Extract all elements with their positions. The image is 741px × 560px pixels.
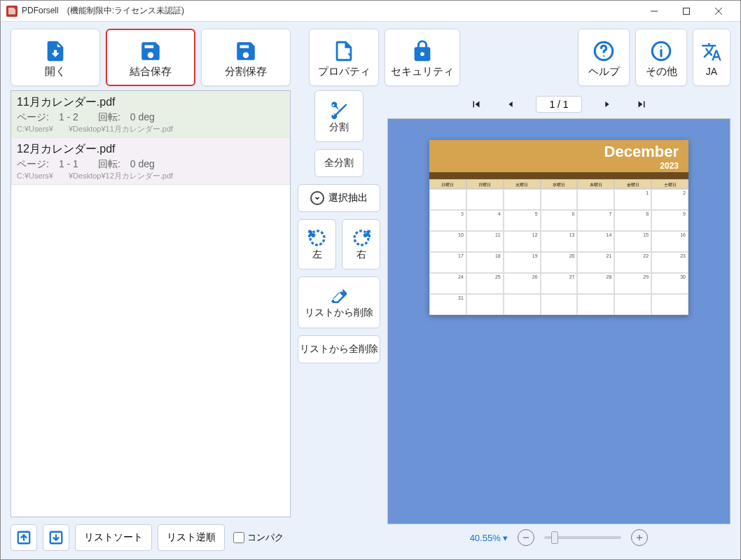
preview-pane[interactable]: December 2023 日曜日月曜日火曜日水曜日木曜日金曜日土曜日12345… [387, 118, 730, 524]
calendar-cell: 28 [577, 273, 614, 294]
file-path: C:¥Users¥ ¥Desktop¥12月カレンダー.pdf [17, 171, 284, 181]
prev-page-button[interactable] [502, 96, 519, 113]
calendar-cell: 15 [614, 231, 651, 252]
calendar-cell: 5 [504, 210, 541, 231]
remove-from-list-button[interactable]: リストから削除 [298, 276, 380, 328]
language-button[interactable]: JA [693, 29, 730, 86]
property-button[interactable]: プロパティ [309, 29, 379, 86]
file-meta: ページ: 1 - 1 回転: 0 deg [17, 158, 284, 171]
calendar-cell: 10 [429, 231, 466, 252]
chevron-down-icon [310, 191, 324, 205]
move-down-button[interactable] [43, 524, 69, 551]
other-button[interactable]: その他 [635, 29, 687, 86]
calendar-cell [504, 189, 541, 210]
security-button[interactable]: セキュリティ [385, 29, 460, 86]
zoom-slider-thumb[interactable] [551, 531, 558, 544]
page-number-input[interactable]: 1 / 1 [536, 96, 581, 113]
calendar-cell: 3 [429, 210, 466, 231]
calendar-cell: 9 [651, 210, 688, 231]
calendar-cell [504, 294, 541, 315]
open-button[interactable]: 開く [11, 29, 100, 86]
compact-checkbox-input[interactable] [233, 532, 244, 543]
calendar-strip [429, 172, 688, 179]
other-label: その他 [646, 65, 677, 78]
save-icon [139, 38, 162, 64]
list-sort-button[interactable]: リストソート [75, 524, 152, 551]
preview-page: December 2023 日曜日月曜日火曜日水曜日木曜日金曜日土曜日12345… [429, 140, 688, 315]
calendar-day-header: 土曜日 [651, 179, 688, 189]
split-save-button[interactable]: 分割保存 [201, 29, 291, 86]
main-toolbar: 開く 結合保存 分割保存 プロパティ セキュリティ [1, 22, 740, 90]
calendar-cell: 11 [466, 231, 504, 252]
next-page-button[interactable] [599, 96, 616, 113]
help-icon [592, 38, 616, 64]
maximize-button[interactable] [670, 1, 702, 22]
split-all-button[interactable]: 全分割 [314, 149, 363, 177]
svg-point-5 [603, 55, 604, 56]
calendar-cell: 16 [651, 231, 688, 252]
calendar-cell: 6 [541, 210, 578, 231]
split-all-label: 全分割 [324, 157, 354, 169]
calendar-cell [541, 189, 578, 210]
rotate-right-icon [351, 227, 372, 248]
file-open-icon [43, 38, 67, 64]
calendar-cell [541, 294, 578, 315]
file-name: 11月カレンダー.pdf [17, 95, 284, 110]
titlebar: PDForsell (機能制限中:ライセンス未認証) [1, 1, 740, 22]
rotate-right-button[interactable]: 右 [342, 219, 380, 270]
page-navigation: 1 / 1 [387, 90, 730, 118]
calendar-day-header: 日曜日 [429, 179, 466, 189]
remove-all-button[interactable]: リストから全削除 [298, 335, 380, 363]
select-extract-button[interactable]: 選択抽出 [298, 184, 380, 212]
calendar-cell: 18 [466, 252, 504, 273]
security-label: セキュリティ [391, 65, 454, 78]
zoom-in-button[interactable] [631, 529, 648, 546]
file-item[interactable]: 12月カレンダー.pdf ページ: 1 - 1 回転: 0 deg C:¥Use… [11, 138, 290, 185]
compact-label: コンパク [247, 531, 284, 544]
calendar-cell: 4 [466, 210, 504, 231]
rotate-left-icon [307, 227, 328, 248]
merge-save-label: 結合保存 [130, 65, 172, 78]
calendar-day-header: 金曜日 [614, 179, 651, 189]
remove-label: リストから削除 [305, 307, 373, 319]
rotate-left-button[interactable]: 左 [298, 219, 336, 270]
calendar-cell: 23 [651, 252, 688, 273]
first-page-button[interactable] [467, 95, 485, 113]
calendar-month: December [439, 143, 679, 161]
calendar-cell: 22 [614, 252, 651, 273]
calendar-cell: 27 [541, 273, 578, 294]
calendar-day-header: 火曜日 [504, 179, 541, 189]
file-list[interactable]: 11月カレンダー.pdf ページ: 1 - 2 回転: 0 deg C:¥Use… [11, 90, 291, 517]
calendar-cell: 2 [651, 189, 688, 210]
help-button[interactable]: ヘルプ [578, 29, 630, 86]
remove-all-label: リストから全削除 [300, 343, 378, 356]
app-icon [6, 6, 18, 17]
calendar-cell [614, 294, 651, 315]
file-item[interactable]: 11月カレンダー.pdf ページ: 1 - 2 回転: 0 deg C:¥Use… [11, 91, 290, 138]
scissors-icon [328, 99, 350, 121]
minimize-button[interactable] [638, 1, 670, 22]
save-split-icon [234, 38, 258, 64]
calendar-day-header: 水曜日 [541, 179, 578, 189]
file-path: C:¥Users¥ ¥Desktop¥11月カレンダー.pdf [17, 124, 284, 134]
calendar-cell: 30 [651, 273, 688, 294]
svg-rect-1 [684, 8, 690, 14]
zoom-out-button[interactable] [518, 529, 534, 546]
property-label: プロパティ [318, 65, 370, 78]
zoom-slider[interactable] [544, 536, 621, 539]
file-meta: ページ: 1 - 2 回転: 0 deg [17, 111, 284, 124]
calendar-cell: 7 [577, 210, 614, 231]
calendar-cell [466, 189, 504, 210]
rotate-right-label: 右 [356, 248, 366, 261]
move-up-button[interactable] [11, 524, 37, 551]
last-page-button[interactable] [632, 95, 651, 113]
info-icon [649, 38, 673, 64]
translate-icon [701, 39, 722, 64]
open-label: 開く [45, 65, 66, 78]
close-button[interactable] [702, 1, 735, 22]
compact-checkbox[interactable]: コンパク [233, 531, 284, 544]
zoom-value[interactable]: 40.55% ▾ [470, 533, 508, 543]
list-reverse-button[interactable]: リスト逆順 [158, 524, 225, 551]
split-button[interactable]: 分割 [314, 90, 363, 142]
merge-save-button[interactable]: 結合保存 [106, 29, 195, 86]
